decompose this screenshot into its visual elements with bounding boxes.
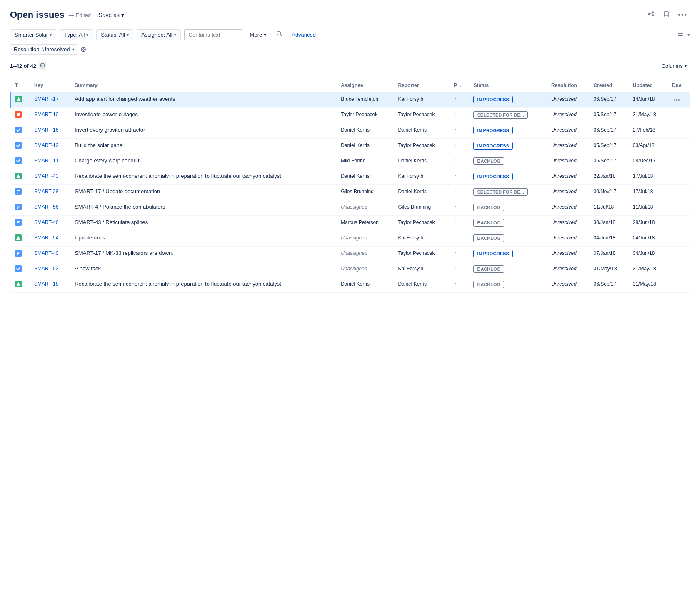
table-row[interactable]: SMART-12 Build the solar panel Daniel Ke…	[11, 139, 690, 154]
assignee-filter[interactable]: Assignee: All ▾	[137, 29, 180, 40]
row-more-button[interactable]: •••	[672, 96, 682, 104]
key-cell[interactable]: SMART-28	[30, 185, 70, 200]
col-key[interactable]: Key	[30, 79, 70, 92]
more-filter-button[interactable]: More ▾	[246, 30, 271, 40]
col-resolution[interactable]: Resolution	[547, 79, 590, 92]
summary-cell[interactable]: Charge every warp conduit	[70, 154, 337, 169]
summary-cell[interactable]: Build the solar panel	[70, 139, 337, 154]
status-cell[interactable]: BACKLOG	[469, 154, 547, 169]
table-row[interactable]: SMART-10 Investigate power outages Taylo…	[11, 108, 690, 123]
table-row[interactable]: SMART-11 Charge every warp conduit Milo …	[11, 154, 690, 169]
table-row[interactable]: SMART-18 Recalibrate the semi-coherent a…	[11, 277, 690, 293]
key-cell[interactable]: SMART-18	[30, 277, 70, 293]
row-more-button[interactable]: •••	[672, 265, 682, 274]
issue-key-link[interactable]: SMART-28	[34, 189, 58, 194]
summary-cell[interactable]: A new task	[70, 262, 337, 277]
key-cell[interactable]: SMART-10	[30, 108, 70, 123]
status-cell[interactable]: BACKLOG	[469, 231, 547, 247]
issue-key-link[interactable]: SMART-10	[34, 112, 58, 117]
key-cell[interactable]: SMART-56	[30, 200, 70, 216]
status-cell[interactable]: SELECTED FOR DE...	[469, 108, 547, 123]
col-type[interactable]: T	[11, 79, 30, 92]
summary-cell[interactable]: Recalibrate the semi-coherent anomaly in…	[70, 277, 337, 293]
status-cell[interactable]: IN PROGRESS	[469, 123, 547, 139]
key-cell[interactable]: SMART-43	[30, 169, 70, 185]
table-row[interactable]: SMART-28 SMART-17 / Update documentation…	[11, 185, 690, 200]
summary-cell[interactable]: SMART-43 / Reticulate splines	[70, 216, 337, 231]
row-more-button[interactable]: •••	[672, 219, 682, 227]
table-row[interactable]: SMART-43 Recalibrate the semi-coherent a…	[11, 169, 690, 185]
col-status[interactable]: Status	[469, 79, 547, 92]
issue-key-link[interactable]: SMART-53	[34, 266, 58, 272]
col-summary[interactable]: Summary	[70, 79, 337, 92]
col-created[interactable]: Created	[590, 79, 629, 92]
table-row[interactable]: SMART-16 Invert every graviton attractor…	[11, 123, 690, 139]
advanced-link[interactable]: Advanced	[288, 30, 319, 40]
summary-cell[interactable]: SMART-4 / Polarize the confabulators	[70, 200, 337, 216]
status-cell[interactable]: SELECTED FOR DE...	[469, 185, 547, 200]
key-cell[interactable]: SMART-16	[30, 123, 70, 139]
table-row[interactable]: SMART-54 Update docs Unassigned Kai Fors…	[11, 231, 690, 247]
more-options-button[interactable]: •••	[675, 9, 690, 21]
resolution-filter[interactable]: Resolution: Unresolved ▾	[10, 44, 78, 55]
status-cell[interactable]: IN PROGRESS	[469, 139, 547, 154]
layout-button[interactable]	[675, 28, 686, 41]
summary-cell[interactable]: Recalibrate the semi-coherent anomaly in…	[70, 169, 337, 185]
col-due[interactable]: Due	[668, 79, 690, 92]
status-cell[interactable]: BACKLOG	[469, 200, 547, 216]
status-cell[interactable]: BACKLOG	[469, 216, 547, 231]
row-more-button[interactable]: •••	[672, 127, 682, 135]
row-more-button[interactable]: •••	[672, 281, 682, 289]
type-filter[interactable]: Type: All ▾	[60, 29, 93, 40]
row-more-button[interactable]: •••	[672, 111, 682, 120]
clear-resolution-filter-button[interactable]	[80, 47, 86, 52]
search-button[interactable]	[274, 28, 285, 41]
summary-cell[interactable]: Investigate power outages	[70, 108, 337, 123]
table-row[interactable]: SMART-56 SMART-4 / Polarize the confabul…	[11, 200, 690, 216]
row-more-button[interactable]: •••	[672, 234, 682, 243]
col-reporter[interactable]: Reporter	[394, 79, 450, 92]
row-more-button[interactable]: •••	[672, 188, 682, 197]
bookmark-button[interactable]	[660, 8, 672, 22]
key-cell[interactable]: SMART-53	[30, 262, 70, 277]
table-row[interactable]: SMART-53 A new task Unassigned Kai Forsy…	[11, 262, 690, 277]
project-filter[interactable]: Smarter Solar ▾	[10, 29, 56, 40]
row-more-button[interactable]: •••	[672, 204, 682, 212]
summary-cell[interactable]: SMART-17 / MK-33 replicators are down.	[70, 247, 337, 262]
col-priority[interactable]: P ↓	[450, 79, 469, 92]
status-filter[interactable]: Status: All ▾	[96, 29, 133, 40]
save-as-button[interactable]: Save as ▾	[95, 10, 128, 20]
issue-key-link[interactable]: SMART-40	[34, 250, 58, 256]
table-row[interactable]: SMART-17 Add app alert for changed weath…	[11, 92, 690, 108]
key-cell[interactable]: SMART-40	[30, 247, 70, 262]
key-cell[interactable]: SMART-12	[30, 139, 70, 154]
issue-key-link[interactable]: SMART-17	[34, 96, 58, 102]
refresh-button[interactable]	[39, 62, 46, 70]
issue-key-link[interactable]: SMART-16	[34, 127, 58, 133]
row-more-button[interactable]: •••	[672, 250, 682, 258]
status-cell[interactable]: IN PROGRESS	[469, 247, 547, 262]
table-row[interactable]: SMART-40 SMART-17 / MK-33 replicators ar…	[11, 247, 690, 262]
col-assignee[interactable]: Assignee	[337, 79, 394, 92]
share-button[interactable]	[645, 8, 657, 22]
status-cell[interactable]: BACKLOG	[469, 262, 547, 277]
col-updated[interactable]: Updated	[629, 79, 668, 92]
issue-key-link[interactable]: SMART-11	[34, 158, 58, 164]
summary-cell[interactable]: SMART-17 / Update documentation	[70, 185, 337, 200]
status-cell[interactable]: IN PROGRESS	[469, 169, 547, 185]
issue-key-link[interactable]: SMART-54	[34, 235, 58, 241]
status-cell[interactable]: BACKLOG	[469, 277, 547, 293]
issue-key-link[interactable]: SMART-46	[34, 219, 58, 225]
key-cell[interactable]: SMART-46	[30, 216, 70, 231]
row-more-button[interactable]: •••	[672, 157, 682, 166]
issue-key-link[interactable]: SMART-12	[34, 142, 58, 148]
text-filter-input[interactable]	[184, 29, 242, 40]
summary-cell[interactable]: Add app alert for changed weather events	[70, 92, 337, 108]
summary-cell[interactable]: Update docs	[70, 231, 337, 247]
status-cell[interactable]: IN PROGRESS	[469, 92, 547, 108]
issue-key-link[interactable]: SMART-43	[34, 173, 58, 179]
row-more-button[interactable]: •••	[672, 173, 682, 181]
issue-key-link[interactable]: SMART-56	[34, 204, 58, 210]
columns-button[interactable]: Columns ▾	[658, 61, 690, 71]
row-more-button[interactable]: •••	[672, 142, 682, 150]
